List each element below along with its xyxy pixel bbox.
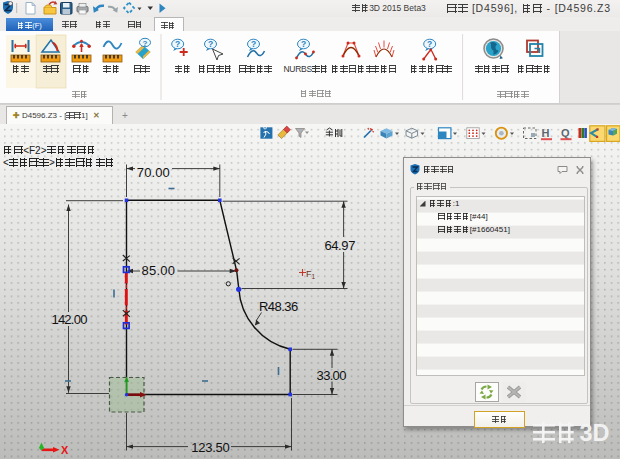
svg-text:H: H	[542, 127, 550, 139]
svg-text:X: X	[61, 444, 69, 456]
svg-text:85.00: 85.00	[142, 263, 176, 278]
svg-text:142.00: 142.00	[51, 312, 87, 327]
svg-text:70.00: 70.00	[137, 165, 170, 180]
svg-text:64.97: 64.97	[324, 238, 355, 253]
svg-text:1: 1	[312, 273, 316, 280]
svg-text:123.50: 123.50	[191, 440, 230, 455]
svg-text:?: ?	[143, 39, 148, 48]
svg-text:R48.36: R48.36	[259, 299, 298, 314]
svg-text:Q: Q	[561, 127, 570, 139]
svg-text:33.00: 33.00	[317, 368, 347, 383]
